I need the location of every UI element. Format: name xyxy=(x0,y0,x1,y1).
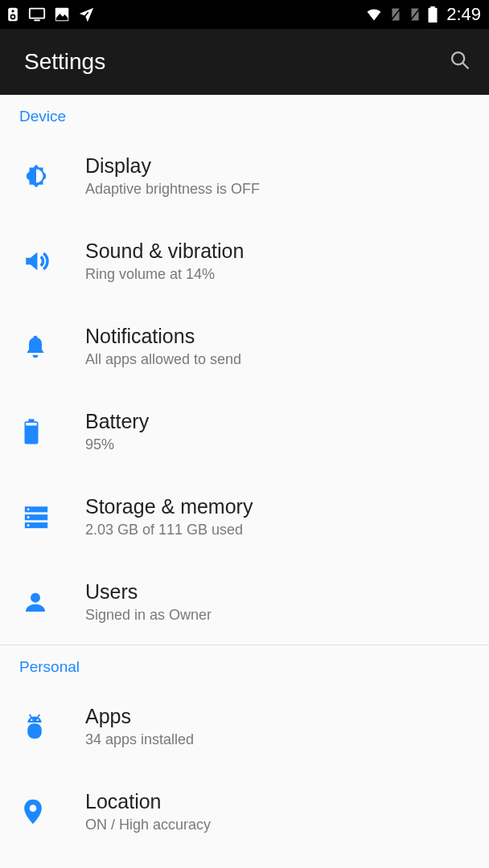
item-subtitle: Ring volume at 14% xyxy=(85,266,473,283)
svg-point-26 xyxy=(37,719,39,721)
app-bar: Settings xyxy=(0,29,489,95)
svg-point-25 xyxy=(31,719,32,721)
item-location[interactable]: Location ON / High accuracy xyxy=(0,769,489,854)
svg-rect-15 xyxy=(26,423,37,426)
svg-point-28 xyxy=(30,805,37,812)
status-left xyxy=(5,6,95,23)
item-title: Apps xyxy=(85,705,473,728)
item-battery[interactable]: Battery 95% xyxy=(0,389,489,474)
item-title: Notifications xyxy=(85,325,473,348)
svg-point-20 xyxy=(27,516,30,518)
page-title: Settings xyxy=(24,49,105,75)
svg-point-3 xyxy=(11,15,14,18)
section-personal: Personal xyxy=(0,645,489,684)
status-clock: 2:49 xyxy=(446,4,481,25)
user-icon xyxy=(23,589,48,615)
battery-icon xyxy=(427,6,438,23)
item-title: Location xyxy=(85,790,473,813)
sim2-disabled-icon xyxy=(408,6,422,23)
item-subtitle: 2.03 GB of 111 GB used xyxy=(85,522,473,538)
android-icon xyxy=(23,713,47,740)
item-apps[interactable]: Apps 34 apps installed xyxy=(0,684,489,769)
item-title: Storage & memory xyxy=(85,495,473,518)
storage-icon xyxy=(23,505,50,529)
svg-point-22 xyxy=(31,593,40,603)
svg-rect-27 xyxy=(27,723,42,739)
item-title: Sound & vibration xyxy=(85,240,473,263)
status-right: 2:49 xyxy=(364,4,481,25)
svg-line-23 xyxy=(30,714,32,718)
brightness-icon xyxy=(23,162,50,190)
item-users[interactable]: Users Signed in as Owner xyxy=(0,559,489,645)
item-display[interactable]: Display Adaptive brightness is OFF xyxy=(0,133,489,219)
battery-level-icon xyxy=(23,418,40,445)
svg-line-12 xyxy=(463,63,469,69)
bell-icon xyxy=(23,334,48,359)
search-button[interactable] xyxy=(449,49,471,75)
svg-point-11 xyxy=(452,52,464,64)
wifi-icon xyxy=(364,6,384,23)
location-icon xyxy=(23,797,43,826)
svg-rect-9 xyxy=(429,8,438,23)
svg-point-19 xyxy=(27,508,30,510)
svg-rect-10 xyxy=(430,6,435,9)
item-notifications[interactable]: Notifications All apps allowed to send xyxy=(0,304,489,389)
item-storage[interactable]: Storage & memory 2.03 GB of 111 GB used xyxy=(0,474,489,559)
item-title: Display xyxy=(85,154,473,178)
item-subtitle: ON / High accuracy xyxy=(85,817,473,833)
item-title: Users xyxy=(85,580,473,604)
check-send-icon xyxy=(77,6,95,23)
search-icon xyxy=(449,49,471,72)
svg-rect-4 xyxy=(30,9,44,18)
item-sound[interactable]: Sound & vibration Ring volume at 14% xyxy=(0,219,489,304)
monitor-icon xyxy=(27,6,47,23)
speaker-icon xyxy=(5,6,21,23)
svg-rect-14 xyxy=(28,419,34,422)
item-title: Battery xyxy=(85,410,473,433)
sim1-disabled-icon xyxy=(388,6,403,23)
item-subtitle: 34 apps installed xyxy=(85,731,473,748)
status-bar: 2:49 xyxy=(0,0,489,29)
item-subtitle: Adaptive brightness is OFF xyxy=(85,181,473,198)
settings-list[interactable]: Device Display Adaptive brightness is OF… xyxy=(0,95,489,854)
item-subtitle: All apps allowed to send xyxy=(85,351,473,368)
svg-line-24 xyxy=(38,714,40,718)
svg-rect-5 xyxy=(34,19,39,21)
item-subtitle: 95% xyxy=(85,436,473,453)
item-subtitle: Signed in as Owner xyxy=(85,607,473,624)
image-icon xyxy=(53,6,71,23)
svg-point-1 xyxy=(11,10,14,12)
section-device: Device xyxy=(0,95,489,133)
volume-icon xyxy=(23,248,50,275)
svg-point-21 xyxy=(27,524,30,526)
